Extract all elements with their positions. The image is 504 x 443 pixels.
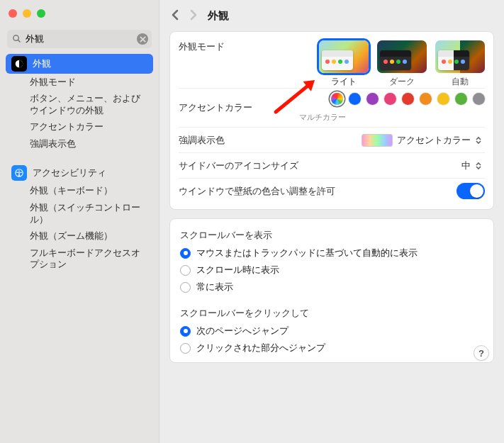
sidebar-sub-highlight-color[interactable]: 強調表示色 — [6, 136, 153, 153]
svg-line-1 — [18, 40, 20, 42]
radio-option[interactable]: マウスまたはトラックパッドに基づいて自動的に表示 — [179, 245, 485, 262]
scrollbars-click-group: 次のページへジャンプクリックされた部分へジャンプ — [179, 323, 485, 357]
chevron-up-down-icon — [475, 133, 485, 147]
radio-label: クリックされた部分へジャンプ — [196, 342, 325, 354]
search-input[interactable] — [26, 34, 133, 45]
sidebar-item-label: アクセシビリティ — [33, 167, 106, 179]
appearance-icon — [11, 56, 27, 72]
row-label-wallpaper-tint: ウインドウで壁紙の色合い調整を許可 — [179, 185, 457, 198]
radio-option[interactable]: 次のページへジャンプ — [179, 323, 485, 340]
sidebar-sub-accent-color[interactable]: アクセントカラー — [6, 119, 153, 136]
appearance-option-label: 自動 — [435, 76, 485, 88]
row-label-accent-color: アクセントカラー — [179, 101, 299, 114]
content-header: 外観 — [159, 0, 504, 31]
highlight-color-value: アクセントカラー — [397, 134, 471, 147]
wallpaper-tint-toggle[interactable] — [457, 183, 485, 199]
row-label-highlight-color: 強調表示色 — [179, 134, 299, 147]
svg-point-6 — [18, 170, 20, 172]
minimize-window-button[interactable] — [23, 9, 31, 18]
sidebar-icon-size-select[interactable]: 中 — [461, 159, 485, 173]
sidebar-nav: 外観 外観モード ボタン、メニュー、およびウインドウの外観 アクセントカラー 強… — [0, 54, 159, 273]
sidebar-sub-buttons-menus[interactable]: ボタン、メニュー、およびウインドウの外観 — [6, 91, 153, 119]
content-area: 外観 外観モード ライト ダーク — [159, 0, 504, 443]
highlight-swatch-icon — [362, 134, 393, 147]
appearance-option-label: ダーク — [377, 76, 427, 88]
radio-icon — [180, 343, 191, 354]
radio-label: マウスまたはトラックパッドに基づいて自動的に表示 — [196, 247, 418, 259]
panel-scrollbars: スクロールバーを表示 マウスまたはトラックパッドに基づいて自動的に表示スクロール… — [169, 218, 494, 363]
svg-point-0 — [13, 35, 19, 41]
appearance-mode-options: ライト ダーク 自動 — [319, 40, 485, 88]
radio-icon — [180, 265, 191, 276]
accent-color-option[interactable] — [384, 93, 396, 105]
radio-icon — [180, 282, 191, 293]
accent-color-option[interactable] — [473, 93, 485, 105]
radio-option[interactable]: クリックされた部分へジャンプ — [179, 340, 485, 357]
sidebar-icon-size-value: 中 — [461, 159, 471, 172]
help-button[interactable]: ? — [474, 345, 489, 361]
radio-icon — [180, 326, 191, 337]
appearance-option-auto[interactable]: 自動 — [435, 40, 485, 88]
radio-icon — [180, 248, 191, 259]
accent-color-option[interactable] — [331, 93, 343, 105]
accent-caption: マルチカラー — [299, 112, 346, 123]
radio-label: スクロール時に表示 — [196, 264, 279, 276]
search-box[interactable] — [7, 30, 152, 48]
clear-search-button[interactable] — [137, 33, 148, 45]
accent-color-option[interactable] — [437, 93, 449, 105]
appearance-option-dark[interactable]: ダーク — [377, 40, 427, 88]
radio-label: 次のページへジャンプ — [196, 325, 289, 337]
panel-appearance: 外観モード ライト ダーク — [169, 31, 494, 210]
row-label-appearance-mode: 外観モード — [179, 40, 299, 53]
accent-color-option[interactable] — [349, 93, 361, 105]
group-title-scrollbars-show: スクロールバーを表示 — [180, 229, 485, 242]
accessibility-icon — [11, 165, 27, 181]
window-controls — [0, 0, 159, 27]
back-button[interactable] — [171, 9, 179, 23]
sidebar-sub-access-zoom[interactable]: 外観（ズーム機能） — [6, 228, 153, 245]
sidebar-sub-access-keyboard[interactable]: 外観（キーボード） — [6, 183, 153, 200]
chevron-up-down-icon — [475, 159, 485, 173]
radio-label: 常に表示 — [196, 281, 233, 293]
scrollbars-show-group: マウスまたはトラックパッドに基づいて自動的に表示スクロール時に表示常に表示 — [179, 245, 485, 296]
accent-color-option[interactable] — [402, 93, 414, 105]
group-title-scrollbars-click: スクロールバーをクリックして — [180, 307, 485, 320]
appearance-option-label: ライト — [319, 76, 369, 88]
accent-color-options — [331, 93, 485, 105]
accent-color-option[interactable] — [455, 93, 467, 105]
radio-option[interactable]: 常に表示 — [179, 279, 485, 296]
page-title: 外観 — [208, 9, 229, 23]
search-icon — [11, 33, 22, 46]
accent-color-option[interactable] — [420, 93, 432, 105]
sidebar-sub-appearance-mode[interactable]: 外観モード — [6, 74, 153, 91]
row-label-sidebar-icon-size: サイドバーのアイコンサイズ — [179, 159, 461, 172]
sidebar-item-appearance[interactable]: 外観 — [6, 54, 153, 74]
content-body: 外観モード ライト ダーク — [159, 31, 504, 443]
radio-option[interactable]: スクロール時に表示 — [179, 262, 485, 279]
sidebar-sub-access-switch[interactable]: 外観（スイッチコントロール） — [6, 200, 153, 228]
appearance-option-light[interactable]: ライト — [319, 40, 369, 88]
system-settings-window: 外観 外観モード ボタン、メニュー、およびウインドウの外観 アクセントカラー 強… — [0, 0, 504, 443]
accent-color-option[interactable] — [366, 93, 379, 105]
forward-button[interactable] — [189, 9, 198, 23]
sidebar: 外観 外観モード ボタン、メニュー、およびウインドウの外観 アクセントカラー 強… — [0, 0, 159, 443]
sidebar-item-label: 外観 — [33, 57, 51, 70]
highlight-color-select[interactable]: アクセントカラー — [362, 133, 485, 147]
sidebar-item-accessibility[interactable]: アクセシビリティ — [6, 163, 153, 183]
sidebar-sub-access-fullkb[interactable]: フルキーボードアクセスオプション — [6, 245, 153, 274]
fullscreen-window-button[interactable] — [37, 9, 45, 18]
close-window-button[interactable] — [9, 9, 17, 18]
